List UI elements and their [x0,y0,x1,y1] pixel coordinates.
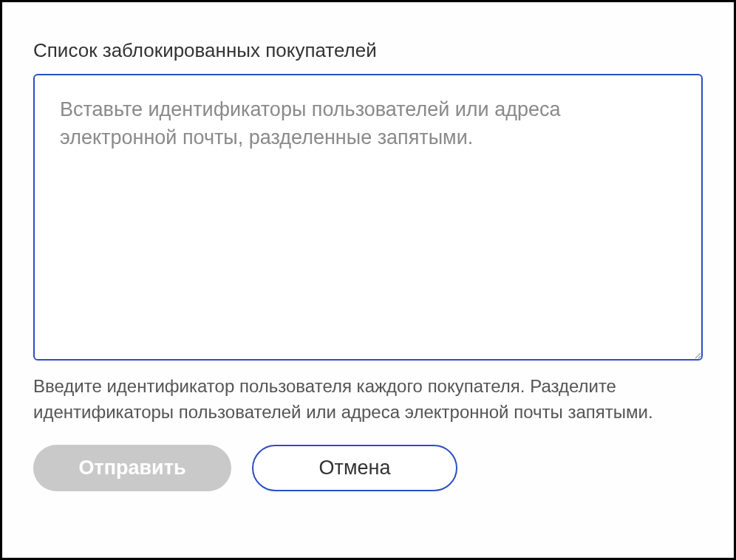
cancel-button[interactable]: Отмена [252,445,457,491]
button-row: Отправить Отмена [33,445,703,491]
helper-text: Введите идентификатор пользователя каждо… [33,374,703,426]
form-label: Список заблокированных покупателей [33,39,703,62]
submit-button[interactable]: Отправить [33,445,231,491]
blocked-buyers-form: Список заблокированных покупателей Введи… [0,0,736,560]
blocked-buyers-textarea[interactable] [33,74,703,361]
